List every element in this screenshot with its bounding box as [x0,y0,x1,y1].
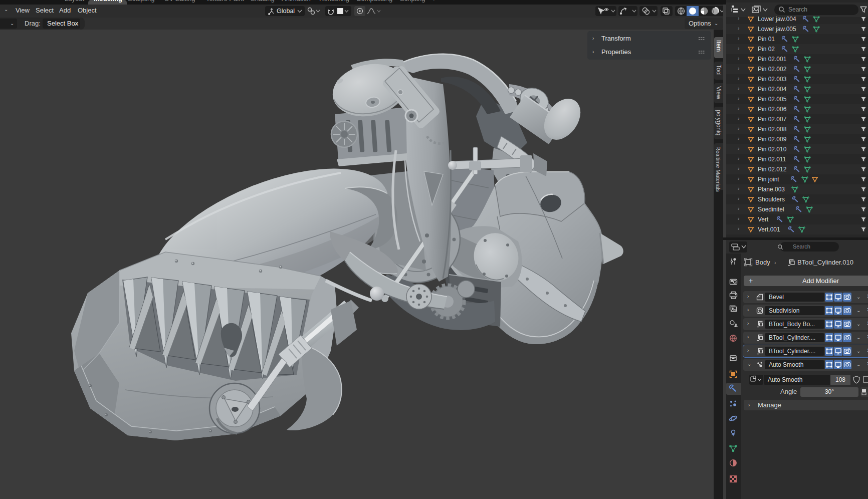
svg-text:Body: Body [755,259,770,266]
svg-text:Global: Global [277,8,295,15]
svg-text:›: › [774,260,776,266]
svg-text:BTool_Cylinder.010: BTool_Cylinder.010 [797,259,853,266]
